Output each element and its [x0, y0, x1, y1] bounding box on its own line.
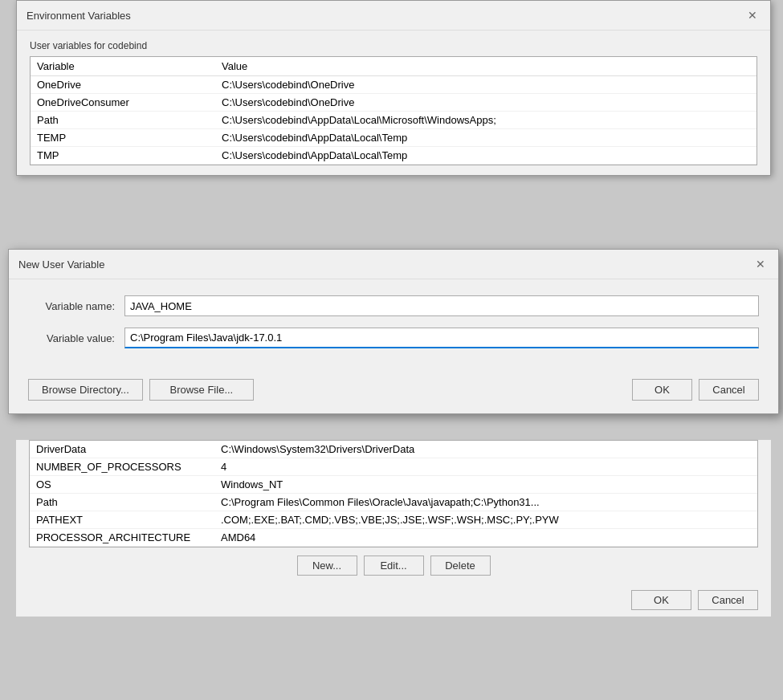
row-value: Windows_NT	[221, 478, 751, 490]
row-variable: PATHEXT	[36, 514, 221, 526]
edit-system-var-button[interactable]: Edit...	[364, 556, 424, 576]
user-variables-table: Variable Value OneDrive C:\Users\codebin…	[30, 56, 757, 165]
new-var-cancel-button[interactable]: Cancel	[699, 379, 759, 401]
row-value: C:\Users\codebind\AppData\Local\Microsof…	[222, 114, 750, 126]
table-row[interactable]: NUMBER_OF_PROCESSORS 4	[30, 458, 757, 476]
table-row[interactable]: OS Windows_NT	[30, 476, 757, 494]
row-variable: TEMP	[37, 132, 222, 144]
row-variable: Path	[36, 496, 221, 508]
variable-value-label: Variable value:	[28, 332, 124, 344]
variable-name-row: Variable name:	[28, 295, 759, 316]
new-var-dialog-close-button[interactable]: ✕	[752, 256, 769, 272]
ok-cancel-buttons: OK Cancel	[632, 379, 759, 401]
row-variable: DriverData	[36, 443, 221, 455]
row-value: C:\Users\codebind\AppData\Local\Temp	[222, 149, 750, 161]
user-section-label: User variables for codebind	[30, 40, 757, 51]
table-row[interactable]: OneDriveConsumer C:\Users\codebind\OneDr…	[31, 94, 756, 112]
system-var-action-buttons: New... Edit... Delete	[16, 547, 771, 584]
row-variable: OneDrive	[37, 79, 222, 91]
user-variables-section: User variables for codebind Variable Val…	[17, 31, 770, 175]
variable-value-input[interactable]	[124, 328, 759, 348]
value-column-header: Value	[222, 60, 750, 72]
new-var-content: Variable name: Variable value:	[9, 279, 778, 372]
browse-directory-button[interactable]: Browse Directory...	[28, 379, 143, 401]
table-row[interactable]: TMP C:\Users\codebind\AppData\Local\Temp	[31, 147, 756, 165]
row-value: AMD64	[221, 531, 751, 543]
new-user-variable-dialog: New User Variable ✕ Variable name: Varia…	[8, 249, 779, 414]
variable-name-input[interactable]	[124, 295, 759, 316]
env-dialog-cancel-button[interactable]: Cancel	[698, 590, 758, 610]
variable-value-row: Variable value:	[28, 328, 759, 348]
row-value: C:\Users\codebind\OneDrive	[222, 79, 750, 91]
row-variable: PROCESSOR_ARCHITECTURE	[36, 531, 221, 543]
new-var-ok-button[interactable]: OK	[632, 379, 692, 401]
row-value: 4	[221, 461, 751, 473]
variable-name-label: Variable name:	[28, 300, 124, 312]
new-var-buttons-row: Browse Directory... Browse File... OK Ca…	[9, 372, 778, 413]
new-var-dialog-title: New User Variable	[18, 258, 104, 271]
env-variables-dialog: Environment Variables ✕ User variables f…	[16, 0, 771, 176]
new-system-var-button[interactable]: New...	[297, 556, 357, 576]
browse-file-button[interactable]: Browse File...	[149, 379, 254, 401]
env-dialog-title: Environment Variables	[27, 10, 131, 22]
row-variable: OS	[36, 478, 221, 490]
table-row[interactable]: Path C:\Program Files\Common Files\Oracl…	[30, 494, 757, 511]
variable-column-header: Variable	[37, 60, 222, 72]
new-var-dialog-titlebar: New User Variable ✕	[9, 250, 778, 279]
row-variable: NUMBER_OF_PROCESSORS	[36, 461, 221, 473]
system-variables-section: DriverData C:\Windows\System32\Drivers\D…	[16, 440, 771, 617]
row-value: .COM;.EXE;.BAT;.CMD;.VBS;.VBE;JS;.JSE;.W…	[221, 514, 751, 526]
row-variable: OneDriveConsumer	[37, 96, 222, 108]
row-value: C:\Users\codebind\AppData\Local\Temp	[222, 132, 750, 144]
system-variables-table: DriverData C:\Windows\System32\Drivers\D…	[29, 440, 758, 547]
row-value: C:\Users\codebind\OneDrive	[222, 96, 750, 108]
delete-system-var-button[interactable]: Delete	[430, 556, 491, 576]
table-row[interactable]: PATHEXT .COM;.EXE;.BAT;.CMD;.VBS;.VBE;JS…	[30, 511, 757, 529]
table-row[interactable]: DriverData C:\Windows\System32\Drivers\D…	[30, 441, 757, 458]
row-value: C:\Windows\System32\Drivers\DriverData	[221, 443, 751, 455]
row-value: C:\Program Files\Common Files\Oracle\Jav…	[221, 496, 751, 508]
bottom-ok-cancel-buttons: OK Cancel	[16, 584, 771, 617]
table-row[interactable]: TEMP C:\Users\codebind\AppData\Local\Tem…	[31, 129, 756, 147]
env-dialog-close-button[interactable]: ✕	[744, 7, 761, 23]
env-dialog-titlebar: Environment Variables ✕	[17, 1, 770, 31]
table-row[interactable]: OneDrive C:\Users\codebind\OneDrive	[31, 76, 756, 94]
user-table-header: Variable Value	[31, 57, 756, 76]
env-dialog-ok-button[interactable]: OK	[631, 590, 691, 610]
row-variable: TMP	[37, 149, 222, 161]
table-row[interactable]: Path C:\Users\codebind\AppData\Local\Mic…	[31, 112, 756, 129]
row-variable: Path	[37, 114, 222, 126]
table-row[interactable]: PROCESSOR_ARCHITECTURE AMD64	[30, 529, 757, 547]
